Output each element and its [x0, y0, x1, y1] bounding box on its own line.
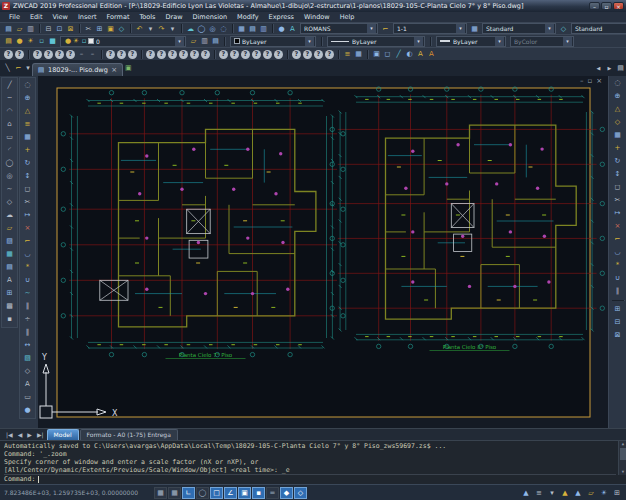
- scroll-up-icon[interactable]: ▲: [620, 441, 626, 447]
- make-block-icon[interactable]: ▱: [4, 222, 15, 235]
- new-drawing-tab-icon[interactable]: ▣: [123, 63, 134, 73]
- draworder-back-icon[interactable]: ⊟: [612, 316, 623, 329]
- mtext-lines-icon[interactable]: ≡: [342, 49, 353, 59]
- copy-icon[interactable]: ⊕: [612, 90, 623, 103]
- array-icon[interactable]: ▦: [612, 129, 623, 142]
- trim-icon[interactable]: ✂: [22, 196, 33, 209]
- annotation-toggle[interactable]: ◇: [294, 487, 307, 499]
- array-icon[interactable]: ▦: [22, 131, 33, 144]
- help-sphere-icon[interactable]: ●: [276, 24, 287, 34]
- paste-icon[interactable]: ▣: [105, 24, 116, 34]
- annotate-a2-icon[interactable]: A: [426, 49, 437, 59]
- offset-icon[interactable]: ◇: [612, 116, 623, 129]
- table-icon[interactable]: ⊞: [4, 287, 15, 300]
- custom-tool-17[interactable]: ?: [230, 50, 239, 59]
- menu-help[interactable]: Help: [335, 12, 360, 22]
- close-button[interactable]: ×: [613, 2, 624, 10]
- text-style-combo[interactable]: ROMANS ▾: [300, 23, 378, 34]
- custom-tool-13[interactable]: ?: [179, 50, 188, 59]
- chamfer-icon[interactable]: ⌐: [612, 233, 623, 246]
- custom-tool-2[interactable]: ?: [15, 50, 24, 59]
- line-icon[interactable]: ╱: [4, 79, 15, 92]
- table-grid-icon[interactable]: ▦: [353, 49, 364, 59]
- mirror-icon[interactable]: △: [22, 105, 33, 118]
- layer-lock-icon[interactable]: ▫: [36, 36, 47, 46]
- text-style-icon[interactable]: A: [287, 24, 298, 34]
- chevron-down-icon[interactable]: ▾: [495, 37, 504, 46]
- menu-window[interactable]: Window: [299, 12, 335, 22]
- layer-combo[interactable]: ● ☀ ▫ 0 ▾: [60, 36, 186, 47]
- tab-scroll-left-icon[interactable]: ◀: [593, 63, 604, 73]
- rectangle-vp-icon[interactable]: ◻: [382, 49, 393, 59]
- publish-icon[interactable]: ⊠: [65, 24, 76, 34]
- zoom-realtime-icon[interactable]: ◯: [196, 24, 207, 34]
- text-icon[interactable]: A: [4, 274, 15, 287]
- menu-view[interactable]: View: [47, 12, 72, 22]
- redo-icon[interactable]: ↷: [156, 24, 167, 34]
- grid-toggle[interactable]: ▦: [168, 487, 181, 499]
- scrollbar-thumb[interactable]: [620, 448, 626, 460]
- divide-icon[interactable]: ÷: [22, 313, 33, 326]
- join-icon[interactable]: ∪: [612, 272, 623, 285]
- copy-icon[interactable]: ⊕: [22, 92, 33, 105]
- hatch-icon[interactable]: ▦: [4, 248, 15, 261]
- annotate-a1-icon[interactable]: A: [415, 49, 426, 59]
- custom-tool-10[interactable]: ?: [146, 50, 155, 59]
- menu-express[interactable]: Express: [264, 12, 299, 22]
- mdi-close-icon[interactable]: ×: [596, 77, 602, 86]
- tab-model[interactable]: Model: [47, 429, 79, 440]
- lwt-toggle[interactable]: ▪: [252, 487, 265, 499]
- move-icon[interactable]: +: [612, 142, 623, 155]
- dyn-toggle[interactable]: ▣: [238, 487, 251, 499]
- user-dropdown-icon[interactable]: ▾: [547, 488, 557, 498]
- join-icon[interactable]: ∪: [22, 274, 33, 287]
- rectangle-icon[interactable]: ▭: [4, 131, 15, 144]
- erase-icon[interactable]: ◌: [22, 79, 33, 92]
- open-icon[interactable]: ▱: [14, 24, 25, 34]
- undo-dropdown-icon[interactable]: ▾: [145, 24, 156, 34]
- region-icon[interactable]: ▩: [4, 300, 15, 313]
- custom-tool-11[interactable]: ?: [157, 50, 166, 59]
- chamfer-icon[interactable]: ⌐: [22, 235, 33, 248]
- cut-icon[interactable]: ✂: [83, 24, 94, 34]
- edit-hatch-icon[interactable]: ▨: [22, 352, 33, 365]
- offset-icon[interactable]: ≡: [22, 118, 33, 131]
- redo-dropdown-icon[interactable]: ▾: [167, 24, 178, 34]
- custom-tool-6[interactable]: ?: [66, 50, 75, 59]
- layer-properties-icon[interactable]: ▤: [3, 36, 14, 46]
- gradient-icon[interactable]: ▤: [4, 261, 15, 274]
- custom-tool-21[interactable]: ?: [274, 50, 283, 59]
- donut-icon[interactable]: ◎: [4, 170, 15, 183]
- layer-chip-icon[interactable]: ■: [47, 36, 58, 46]
- layout-nav-next-icon[interactable]: ▶: [25, 429, 34, 440]
- trim-icon[interactable]: ✂: [612, 194, 623, 207]
- drawing-canvas[interactable]: – ▫ × Planta Cielo 7° PisoPlanta Cielo 8…: [38, 76, 608, 428]
- tool-palettes-icon[interactable]: ▥: [258, 24, 269, 34]
- arc-icon[interactable]: ◜: [4, 144, 15, 157]
- tab-panel-icon[interactable]: ▤: [615, 63, 626, 73]
- extend-icon[interactable]: ↦: [22, 209, 33, 222]
- revcloud-icon[interactable]: ☁: [4, 209, 15, 222]
- custom-tool-12[interactable]: ?: [168, 50, 177, 59]
- user-account-icon[interactable]: ▲: [521, 488, 531, 498]
- user-menu-lines-icon[interactable]: ≡: [534, 488, 544, 498]
- custom-tool-15[interactable]: ?: [201, 50, 210, 59]
- model-toggle[interactable]: ◆: [280, 487, 293, 499]
- custom-tool-18[interactable]: ?: [241, 50, 250, 59]
- rotate-icon[interactable]: ↻: [22, 157, 33, 170]
- tab-formato-a0[interactable]: Formato - A0 (1-75) Entrega: [80, 429, 178, 440]
- layer-freeze-icon[interactable]: ☀: [25, 36, 36, 46]
- chevron-down-icon[interactable]: ▾: [175, 37, 184, 46]
- maximize-button[interactable]: ▫: [601, 2, 612, 10]
- measure-icon[interactable]: ‖: [22, 326, 33, 339]
- custom-tool-25[interactable]: ?: [325, 50, 334, 59]
- osnap-toggle[interactable]: □: [210, 487, 223, 499]
- save-icon[interactable]: ▥: [25, 24, 36, 34]
- explode-icon[interactable]: *: [612, 259, 623, 272]
- settings-icon[interactable]: ☀: [599, 488, 609, 498]
- polar-toggle[interactable]: ◯: [196, 487, 209, 499]
- break-icon[interactable]: ×: [22, 222, 33, 235]
- layout-nav-last-icon[interactable]: ▶|: [35, 429, 46, 440]
- fillet-icon[interactable]: ◡: [612, 246, 623, 259]
- sync-user-icon[interactable]: ▲: [573, 488, 583, 498]
